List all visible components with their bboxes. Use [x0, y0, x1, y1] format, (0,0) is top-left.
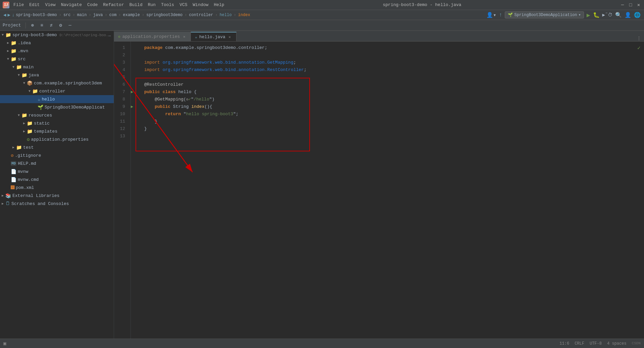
tree-item-springbootapp[interactable]: 🌱 SpringBoot3DemoApplicat — [0, 103, 114, 111]
tree-arrow-mvn[interactable]: ▶ — [5, 49, 11, 53]
tree-item-pomxml[interactable]: 🅼 pom.xml — [0, 184, 114, 192]
tree-item-helpmd[interactable]: MD HELP.md — [0, 159, 114, 167]
code-content[interactable]: package com.example.springboot3demo.cont… — [139, 42, 637, 339]
update-button[interactable]: 🌐 — [634, 12, 641, 18]
account-button[interactable]: 👤▾ — [486, 12, 496, 18]
tab-appprops-icon: ⚙ — [118, 34, 120, 39]
tab-appprops[interactable]: ⚙ application.properties ✕ — [114, 32, 191, 41]
menu-file[interactable]: File — [13, 2, 24, 7]
avatar-button[interactable]: 👤 — [625, 12, 631, 18]
breadcrumb-com[interactable]: com — [109, 13, 117, 17]
settings-button[interactable]: ⚙ — [57, 22, 64, 29]
recent-files-button[interactable]: ↓ — [12, 12, 14, 18]
tree-item-main[interactable]: ▼ 📁 main — [0, 63, 114, 71]
breadcrumb-controller[interactable]: controller — [189, 13, 213, 17]
menu-build[interactable]: Build — [129, 2, 143, 7]
tree-item-hello[interactable]: ☕ hello — [0, 95, 114, 103]
tree-arrow-scratches[interactable]: ▶ — [0, 202, 5, 206]
menu-navigate[interactable]: Navigate — [61, 2, 82, 7]
tree-item-appprops[interactable]: ⚙ application.properties — [0, 135, 114, 143]
tree-item-mvnw[interactable]: 📄 mvnw — [0, 167, 114, 176]
project-tree[interactable]: ▼ 📁 spring-boot3-demo D:\Project\spring-… — [0, 31, 114, 339]
menu-run[interactable]: Run — [148, 2, 156, 7]
indent-settings[interactable]: 4 spaces — [607, 341, 627, 346]
encoding[interactable]: UTF-8 — [590, 341, 602, 346]
tree-item-com[interactable]: ▼ 📦 com.example.springboot3dem — [0, 79, 114, 87]
cursor-position[interactable]: 11:6 — [559, 341, 569, 346]
menu-vcs[interactable]: VCS — [179, 2, 187, 7]
tab-overflow-button[interactable]: ⋮ — [637, 36, 641, 41]
tree-item-root[interactable]: ▼ 📁 spring-boot3-demo D:\Project\spring-… — [0, 31, 114, 39]
breadcrumb-root[interactable]: spring-boot3-demo — [16, 13, 57, 17]
menu-refactor[interactable]: Refactor — [103, 2, 124, 7]
tree-item-java[interactable]: ▼ 📁 java — [0, 71, 114, 79]
close-panel-button[interactable]: ─ — [66, 22, 74, 29]
tree-arrow-com[interactable]: ▼ — [21, 81, 27, 85]
breadcrumb-example[interactable]: example — [123, 13, 140, 17]
tree-item-gitignore[interactable]: ⊘ .gitignore — [0, 151, 114, 159]
tree-arrow-templates[interactable]: ▶ — [21, 129, 27, 133]
maximize-button[interactable]: □ — [628, 2, 633, 8]
tree-arrow-java[interactable]: ▼ — [16, 73, 21, 77]
tree-item-controller[interactable]: ▼ 📁 controller — [0, 87, 114, 95]
vcs-update-button[interactable]: ↑ — [499, 12, 502, 18]
forward-button[interactable]: ▶ — [7, 12, 10, 18]
tree-item-idea[interactable]: ▶ 📁 .idea — [0, 39, 114, 47]
run-gutter-icon-7[interactable]: ▶ — [131, 88, 139, 96]
sidebar-toggle-button[interactable]: ▣ — [3, 341, 6, 346]
tree-arrow-main[interactable]: ▼ — [11, 65, 16, 69]
tree-arrow-controller[interactable]: ▼ — [27, 89, 32, 93]
profile-button[interactable]: ⏱ — [608, 12, 612, 18]
collapse-all-button[interactable]: ≡ — [38, 22, 46, 29]
breadcrumb-index[interactable]: index — [238, 13, 250, 17]
code-line-4: import org.springframework.web.bind.anno… — [144, 66, 632, 74]
tree-item-mvnwcmd[interactable]: 📄 mvnw.cmd — [0, 176, 114, 184]
tree-arrow-test[interactable]: ▶ — [11, 145, 16, 149]
coverage-button[interactable]: ▶̈ — [602, 12, 605, 18]
tree-arrow-root[interactable]: ▼ — [0, 33, 5, 37]
menu-edit[interactable]: Edit — [29, 2, 40, 7]
menu-help[interactable]: Help — [214, 2, 224, 7]
tree-arrow-static[interactable]: ▶ — [21, 121, 27, 125]
expand-all-button[interactable]: ≠ — [48, 22, 55, 29]
locate-file-button[interactable]: ⊕ — [29, 22, 36, 29]
menu-tools[interactable]: Tools — [161, 2, 174, 7]
breadcrumb-java[interactable]: java — [93, 13, 103, 17]
tree-item-resources[interactable]: ▼ 📁 resources — [0, 111, 114, 119]
tab-hellojava[interactable]: ☕ hello.java ✕ — [191, 32, 236, 41]
run-button[interactable]: ▶ — [587, 11, 590, 19]
tab-appprops-close[interactable]: ✕ — [182, 34, 186, 39]
run-configuration-selector[interactable]: 🌱 SpringBoot3DemoApplication ▾ — [505, 11, 584, 18]
breadcrumb-hello[interactable]: hello — [220, 13, 232, 17]
menu-window[interactable]: Window — [193, 2, 209, 7]
debug-button[interactable]: 🐛 — [593, 12, 600, 18]
code-editor[interactable]: 1 2 3 4 5 6 7 8 9 10 11 12 13 — [114, 42, 644, 339]
back-button[interactable]: ◀ — [3, 12, 6, 18]
search-everywhere-button[interactable]: 🔍 — [615, 12, 622, 18]
run-config-dropdown-icon[interactable]: ▾ — [578, 12, 581, 17]
tree-item-mvn[interactable]: ▶ 📁 .mvn — [0, 47, 114, 55]
breadcrumb-springboot3demo[interactable]: springboot3demo — [146, 13, 182, 17]
run-gutter-icon-9[interactable]: ▶ — [131, 103, 139, 111]
breadcrumb-src[interactable]: src — [63, 13, 71, 17]
tree-arrow-resources[interactable]: ▼ — [16, 114, 21, 117]
tree-item-templates[interactable]: ▶ 📁 templates — [0, 127, 114, 135]
window-controls[interactable]: ─ □ ✕ — [620, 2, 641, 8]
tree-item-scratches[interactable]: ▶ 🗒 Scratches and Consoles — [0, 200, 114, 208]
tree-arrow-idea[interactable]: ▶ — [5, 41, 11, 45]
menu-view[interactable]: View — [45, 2, 55, 7]
tree-arrow-src[interactable]: ▼ — [5, 57, 11, 61]
tree-item-test[interactable]: ▶ 📁 test — [0, 143, 114, 151]
tab-hellojava-close[interactable]: ✕ — [227, 34, 232, 39]
tree-arrow-extlibs[interactable]: ▶ — [0, 194, 5, 198]
minimize-button[interactable]: ─ — [620, 2, 625, 8]
tree-item-extlibs[interactable]: ▶ 📚 External Libraries — [0, 192, 114, 200]
close-button[interactable]: ✕ — [636, 2, 641, 8]
tree-item-static[interactable]: ▶ 📁 static — [0, 119, 114, 127]
line-ending[interactable]: CRLF — [575, 341, 584, 346]
line-numbers: 1 2 3 4 5 6 7 8 9 10 11 12 13 — [114, 42, 131, 339]
breadcrumb-main[interactable]: main — [77, 13, 87, 17]
menu-code[interactable]: Code — [87, 2, 98, 7]
tree-item-src[interactable]: ▼ 📁 src — [0, 55, 114, 63]
menu-bar[interactable]: File Edit View Navigate Code Refactor Bu… — [13, 2, 224, 7]
